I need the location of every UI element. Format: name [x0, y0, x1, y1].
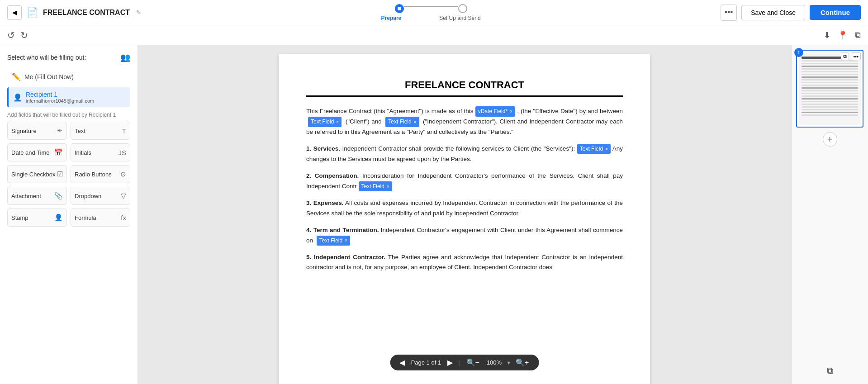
toolbar2-right: ⬇ 📍 ⧉	[824, 30, 861, 40]
thumbnail-card-1[interactable]: 1 ⧉ •••	[796, 50, 863, 128]
text-field-term[interactable]: Text Field ×	[317, 236, 350, 246]
text-field-services-label: Text Field	[580, 144, 603, 153]
field-radio-buttons[interactable]: Radio Buttons ⊙	[71, 165, 130, 183]
redo-button[interactable]: ↻	[20, 30, 28, 41]
fill-option-recipient1[interactable]: 👤 Recipient 1 infernalhorror1045@gmail.c…	[7, 87, 130, 107]
thumb-line-15	[802, 98, 858, 100]
add-page-button[interactable]: +	[823, 132, 837, 147]
doc-title: FREELANCE CONTRACT	[43, 9, 130, 17]
panel-bottom-icon: ⧉	[827, 365, 833, 375]
step-setup-label: Set Up and Send	[439, 15, 480, 21]
panel-bottom-button[interactable]: ⧉	[827, 365, 833, 376]
edit-title-icon[interactable]: ✎	[136, 9, 141, 16]
add-fields-label: Add fields that will be filled out by Re…	[7, 112, 130, 118]
text-field-contractor-close[interactable]: ×	[414, 118, 417, 126]
zoom-out-icon: 🔍−	[466, 359, 479, 366]
text-field-term-label: Text Field	[319, 236, 342, 245]
text-field-client-close[interactable]: ×	[336, 118, 339, 126]
prev-page-button[interactable]: ◀	[398, 357, 407, 368]
stamp-icon: 👤	[54, 213, 63, 222]
signature-icon: ✒	[57, 127, 63, 135]
continue-button[interactable]: Continue	[810, 5, 861, 20]
fill-option-me[interactable]: ✏️ Me (Fill Out Now)	[7, 69, 130, 85]
independent-bold: 5. Independent Contractor.	[306, 254, 385, 261]
save-close-button[interactable]: Save and Close	[741, 5, 805, 20]
text-field-contractor-label: Text Field	[388, 117, 411, 126]
step-prepare	[395, 4, 404, 13]
intro-paragraph: This Freelance Contract (this "Agreement…	[306, 106, 623, 137]
more-options-button[interactable]: •••	[721, 5, 737, 21]
field-dropdown[interactable]: Dropdown ▽	[71, 187, 130, 205]
thumb-line-17	[802, 104, 858, 105]
thumb-line-5	[802, 71, 858, 72]
location-icon[interactable]: 📍	[838, 30, 848, 40]
text-field-compensation[interactable]: Text Field ×	[359, 181, 392, 191]
field-attachment[interactable]: Attachment 📎	[7, 187, 67, 205]
recipient-name: Recipient 1	[26, 91, 94, 98]
text-field-services[interactable]: Text Field ×	[577, 144, 611, 154]
text-field-compensation-close[interactable]: ×	[387, 183, 389, 190]
field-signature[interactable]: Signature ✒	[7, 122, 67, 140]
topbar-left: ◀ 📄 FREELANCE CONTRACT ✎	[7, 5, 141, 20]
field-stamp[interactable]: Stamp 👤	[7, 209, 67, 227]
field-datetime[interactable]: Date and Time 📅	[7, 143, 67, 161]
date-field-label: vDate Field*	[478, 107, 508, 116]
date-field[interactable]: vDate Field* ×	[475, 106, 515, 116]
text-field-compensation-label: Text Field	[361, 182, 384, 191]
step-prepare-circle	[395, 4, 404, 13]
thumbnail-copy-button[interactable]: ⧉	[841, 52, 849, 60]
date-field-close[interactable]: ×	[510, 108, 512, 115]
thumbnail-more-button[interactable]: •••	[851, 52, 861, 60]
text-field-contractor[interactable]: Text Field ×	[385, 117, 419, 127]
select-label: Select who will be filling out:	[7, 54, 86, 61]
document-title: FREELANCE CONTRACT	[306, 77, 623, 93]
fill-option-me-label: Me (Fill Out Now)	[24, 73, 74, 81]
field-signature-label: Signature	[11, 128, 37, 134]
text-field-services-close[interactable]: ×	[605, 145, 608, 153]
checkbox-icon: ☑	[57, 170, 63, 178]
title-divider	[306, 95, 623, 97]
term-bold: 4. Term and Termination.	[306, 227, 379, 233]
step-setup-circle	[458, 4, 467, 13]
thumb-line-19	[802, 109, 858, 110]
thumb-line-7	[802, 76, 858, 78]
field-text[interactable]: Text T	[71, 122, 130, 140]
right-panel-bottom: ⧉	[796, 362, 863, 379]
thumb-line-13	[802, 93, 858, 94]
back-button[interactable]: ◀	[7, 5, 22, 20]
radio-icon: ⊙	[120, 170, 126, 178]
copy-doc-icon[interactable]: ⧉	[855, 30, 861, 40]
sidebar: Select who will be filling out: 👥 ✏️ Me …	[0, 45, 138, 384]
field-single-checkbox[interactable]: Single Checkbox ☑	[7, 165, 67, 183]
step-prepare-label: Prepare	[381, 15, 402, 21]
thumb-line-2	[802, 63, 858, 64]
next-page-button[interactable]: ▶	[446, 357, 455, 368]
field-checkbox-label: Single Checkbox	[11, 171, 56, 178]
zoom-out-button[interactable]: 🔍−	[464, 357, 482, 368]
thumbnail-actions: ⧉ •••	[841, 52, 861, 60]
field-radio-label: Radio Buttons	[75, 171, 112, 178]
thumb-line-10	[802, 85, 858, 86]
text-field-client[interactable]: Text Field ×	[308, 117, 342, 127]
expenses-bold: 3. Expenses.	[306, 199, 343, 206]
thumbnail-doc-preview	[799, 52, 861, 120]
field-formula[interactable]: Formula fx	[71, 209, 130, 227]
topbar-center: Prepare Set Up and Send	[381, 4, 481, 21]
recipient-info: Recipient 1 infernalhorror1045@gmail.com	[26, 91, 94, 104]
download-icon[interactable]: ⬇	[824, 30, 830, 40]
text-field-icon: T	[122, 127, 126, 135]
thumb-line-21	[802, 114, 858, 116]
thumb-line-11	[802, 87, 858, 89]
zoom-in-button[interactable]: 🔍+	[513, 357, 531, 368]
attachment-icon: 📎	[54, 192, 63, 200]
step-setup	[458, 4, 467, 13]
thumb-line-12	[802, 90, 858, 91]
progress-steps	[395, 4, 467, 13]
steps-labels: Prepare Set Up and Send	[381, 13, 481, 21]
more-icon: •••	[725, 8, 733, 17]
zoom-dropdown-arrow: ▼	[506, 360, 511, 365]
field-initials[interactable]: Initials JS	[71, 143, 130, 161]
undo-button[interactable]: ↺	[7, 30, 15, 41]
text-field-term-close[interactable]: ×	[345, 237, 347, 244]
pagination-bar: ◀ Page 1 of 1 ▶ | 🔍− 100% ▼ 🔍+	[390, 355, 539, 370]
